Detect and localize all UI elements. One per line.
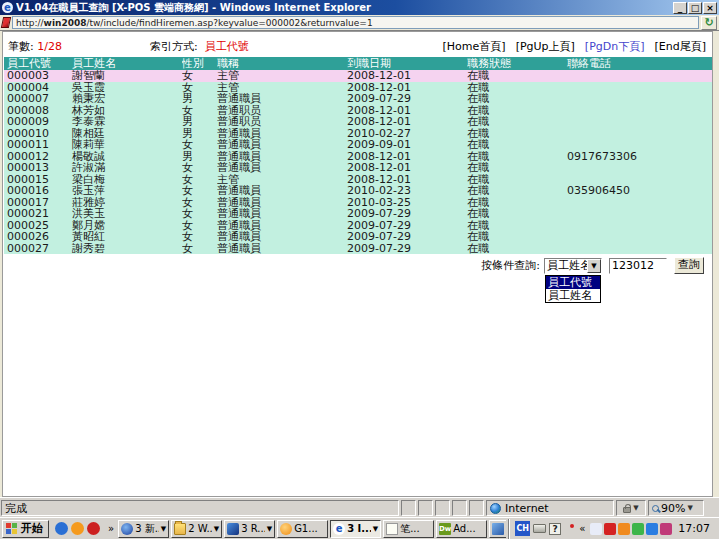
table-cell: 2009-09-01 bbox=[347, 139, 467, 151]
help-icon[interactable]: ? bbox=[549, 523, 561, 535]
quick-launch-overflow-icon[interactable]: » bbox=[106, 523, 116, 534]
table-cell: 普通职员 bbox=[217, 116, 347, 128]
table-row[interactable]: 000004吳玉霞女主管2008-12-01在職 bbox=[4, 82, 712, 94]
table-cell bbox=[557, 208, 712, 220]
table-row[interactable]: 000027謝秀碧女普通職員2009-07-29在職 bbox=[4, 243, 712, 255]
table-cell: 普通職員 bbox=[217, 220, 347, 232]
status-pane bbox=[401, 500, 416, 516]
refresh-button[interactable]: ↻ bbox=[701, 16, 717, 30]
table-row[interactable]: 000008林芳如女普通职员2008-12-01在職 bbox=[4, 105, 712, 117]
windows-logo-icon bbox=[6, 523, 18, 534]
table-row[interactable]: 000016張玉萍女普通職員2010-02-23在職035906450 bbox=[4, 185, 712, 197]
table-header: 員工代號員工姓名性別職稱到職日期職務狀態聯絡電話 bbox=[4, 57, 712, 70]
msn-icon[interactable] bbox=[646, 523, 658, 535]
task-button[interactable]: e3 I...▼ bbox=[330, 520, 381, 538]
table-cell: 2009-07-29 bbox=[347, 231, 467, 243]
close-button[interactable]: × bbox=[703, 2, 717, 14]
qq-icon[interactable] bbox=[604, 523, 616, 535]
protected-mode-pane[interactable]: ▼ bbox=[616, 500, 646, 516]
table-row[interactable]: 000013許淑滿女普通職員2008-12-01在職 bbox=[4, 162, 712, 174]
table-row[interactable]: 000009李泰霖男普通职员2008-12-01在職 bbox=[4, 116, 712, 128]
zoom-level: 90% bbox=[661, 502, 685, 515]
page-icon[interactable] bbox=[590, 523, 602, 535]
minimize-button[interactable]: _ bbox=[673, 2, 687, 14]
realplayer-icon bbox=[227, 523, 239, 535]
address-input[interactable]: http://win2008/tw/include/findHiremen.as… bbox=[12, 16, 699, 29]
task-button[interactable]: DwAd... bbox=[436, 520, 487, 538]
language-indicator[interactable]: CH bbox=[515, 521, 530, 536]
table-row[interactable]: 000026黃昭紅女普通職員2009-07-29在職 bbox=[4, 231, 712, 243]
table-row[interactable]: 000010陳相廷男普通職員2010-02-27在職 bbox=[4, 128, 712, 140]
nav-link[interactable]: [PgUp上頁] bbox=[516, 39, 575, 54]
chevron-down-icon: ▼ bbox=[633, 504, 638, 512]
table-cell: 許淑滿 bbox=[70, 162, 182, 174]
table-cell bbox=[557, 116, 712, 128]
status-pane bbox=[418, 500, 433, 516]
table-row[interactable]: 000015梁白梅女主管2008-12-01在職 bbox=[4, 174, 712, 186]
index-mode-label: 索引方式: bbox=[150, 40, 198, 53]
table-cell: 在職 bbox=[467, 151, 557, 163]
dropdown-option[interactable]: 員工代號 bbox=[546, 276, 600, 289]
table-cell: 普通職員 bbox=[217, 162, 347, 174]
column-header: 員工姓名 bbox=[70, 56, 182, 71]
table-row[interactable]: 000025鄭月嫦女普通職員2009-07-29在職 bbox=[4, 220, 712, 232]
table-row[interactable]: 000011陳莉華女普通職員2009-09-01在職 bbox=[4, 139, 712, 151]
table-cell: 在職 bbox=[467, 197, 557, 209]
task-button[interactable]: AS... bbox=[489, 520, 506, 538]
task-button[interactable]: 3 R...▼ bbox=[224, 520, 275, 538]
table-row[interactable]: 000012楊敬誠男普通職員2008-12-01在職0917673306 bbox=[4, 151, 712, 163]
qq-face-icon[interactable] bbox=[71, 522, 84, 535]
table-cell: 在職 bbox=[467, 93, 557, 105]
search-field-select[interactable]: 員工姓名 ▼ 員工代號員工姓名 bbox=[544, 258, 602, 274]
refresh-icon: ↻ bbox=[704, 16, 713, 29]
qq-penguin-icon[interactable] bbox=[87, 522, 100, 535]
chevron-down-icon[interactable]: ▼ bbox=[587, 259, 601, 273]
table-cell: 梁白梅 bbox=[70, 174, 182, 186]
start-button[interactable]: 开始 bbox=[2, 520, 49, 538]
table-cell: 普通職員 bbox=[217, 185, 347, 197]
page-content-frame: 筆數: 1/28 索引方式: 員工代號 [Home首頁][PgUp上頁][PgD… bbox=[0, 31, 719, 497]
search-keyword-input[interactable] bbox=[609, 258, 667, 274]
table-cell: 謝秀碧 bbox=[70, 243, 182, 255]
media-icon[interactable] bbox=[660, 523, 672, 535]
task-button[interactable]: 2 W...▼ bbox=[171, 520, 222, 538]
flame-icon[interactable] bbox=[618, 523, 630, 535]
printer-icon[interactable] bbox=[533, 524, 546, 533]
table-cell: 在職 bbox=[467, 139, 557, 151]
query-info-row: 筆數: 1/28 索引方式: 員工代號 [Home首頁][PgUp上頁][PgD… bbox=[3, 32, 712, 57]
column-header: 職稱 bbox=[217, 56, 347, 71]
search-button[interactable]: 查詢 bbox=[674, 257, 704, 274]
select-current-value: 員工姓名 bbox=[545, 258, 587, 273]
table-row[interactable]: 000003謝智蘭女主管2008-12-01在職 bbox=[4, 70, 712, 82]
shield-icon[interactable] bbox=[632, 523, 644, 535]
task-buttons: 3 新...▼2 W...▼3 R...▼G1...e3 I...▼笔...Dw… bbox=[118, 520, 506, 538]
table-cell: 女 bbox=[182, 243, 217, 255]
nav-link[interactable]: [End尾頁] bbox=[655, 39, 707, 54]
chevron-down-icon: ▼ bbox=[267, 525, 272, 533]
internet-globe-icon bbox=[490, 503, 501, 514]
table-cell: 000016 bbox=[4, 185, 70, 197]
table-cell: 2010-03-25 bbox=[347, 197, 467, 209]
task-button[interactable]: 笔... bbox=[383, 520, 434, 538]
table-cell bbox=[557, 231, 712, 243]
updates-icon[interactable] bbox=[564, 523, 574, 535]
table-cell bbox=[557, 139, 712, 151]
ie-icon[interactable] bbox=[55, 522, 68, 535]
task-button[interactable]: 3 新...▼ bbox=[118, 520, 169, 538]
maximize-button[interactable]: □ bbox=[688, 2, 702, 14]
table-cell: 035906450 bbox=[557, 185, 712, 197]
collapse-tray-icon[interactable]: « bbox=[577, 523, 587, 534]
table-row[interactable]: 000007賴秉宏男普通職員2009-07-29在職 bbox=[4, 93, 712, 105]
system-tray: CH ? « 17:07 bbox=[508, 519, 717, 539]
dropdown-option[interactable]: 員工姓名 bbox=[546, 289, 600, 302]
table-cell: 000027 bbox=[4, 243, 70, 255]
search-dropdown-list: 員工代號員工姓名 bbox=[545, 275, 601, 303]
nav-link[interactable]: [Home首頁] bbox=[443, 39, 506, 54]
table-cell: 洪美玉 bbox=[70, 208, 182, 220]
table-row[interactable]: 000017莊雅婷女普通職員2010-03-25在職 bbox=[4, 197, 712, 209]
zoom-control[interactable]: 90% ▼ bbox=[648, 500, 704, 516]
nav-link[interactable]: [PgDn下頁] bbox=[585, 39, 645, 54]
task-button[interactable]: G1... bbox=[277, 520, 328, 538]
magnifier-icon bbox=[652, 505, 659, 512]
table-row[interactable]: 000021洪美玉女普通職員2009-07-29在職 bbox=[4, 208, 712, 220]
